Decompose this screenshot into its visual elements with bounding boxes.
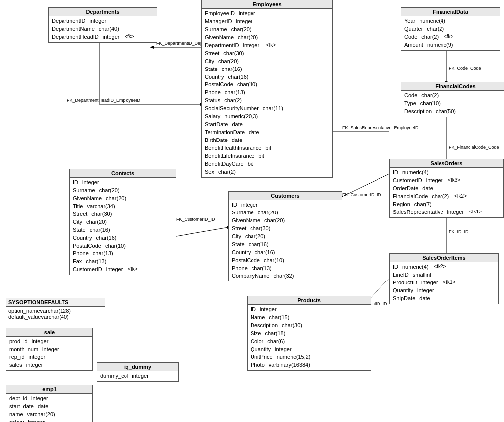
table-row: namevarchar(20) bbox=[9, 411, 89, 419]
table-row: Colorchar(6) bbox=[251, 338, 368, 346]
svg-text:FK_SalesRepresentative_Employe: FK_SalesRepresentative_EmployeeID bbox=[342, 125, 419, 130]
table-row: Photovarbinary(16384) bbox=[251, 361, 368, 369]
table-row: DepartmentIDinteger <fk> bbox=[205, 42, 329, 50]
table-row: Citychar(20) bbox=[232, 233, 339, 241]
table-row: GivenNamechar(20) bbox=[73, 195, 173, 203]
table-row: BenefitDayCarebit bbox=[205, 160, 329, 168]
table-row: PostalCodechar(10) bbox=[73, 242, 173, 250]
table-row: ProductIDinteger <fk1> bbox=[393, 279, 495, 287]
table-row: PostalCodechar(10) bbox=[232, 257, 339, 265]
departments-title: Departments bbox=[49, 8, 157, 16]
table-row: option_namevarchar(128) bbox=[8, 308, 103, 314]
svg-text:FK_ID_ID: FK_ID_ID bbox=[449, 229, 469, 234]
table-row: month_numinteger bbox=[9, 346, 89, 353]
table-row: SocialSecurityNumberchar(11) bbox=[205, 105, 329, 113]
table-row: Statechar(16) bbox=[73, 226, 173, 234]
table-row: BenefitLifeInsurancebit bbox=[205, 152, 329, 160]
table-row: Countrychar(16) bbox=[205, 73, 329, 81]
table-row: BenefitHealthInsurancebit bbox=[205, 144, 329, 152]
table-row: GivenNamechar(20) bbox=[232, 217, 339, 225]
table-row: StartDatedate bbox=[205, 121, 329, 129]
table-row: Statechar(16) bbox=[232, 241, 339, 249]
iqdummy-table: iq_dummy dummy_colinteger bbox=[97, 362, 179, 382]
table-row: dummy_colinteger bbox=[100, 372, 175, 380]
financialdata-title: FinancialData bbox=[401, 8, 500, 16]
svg-text:FK_FinancialCode_Code: FK_FinancialCode_Code bbox=[449, 145, 499, 150]
table-row: Codechar(2) <fk> bbox=[404, 33, 497, 41]
table-row: Citychar(20) bbox=[205, 58, 329, 66]
sale-table: sale prod_idinteger month_numinteger rep… bbox=[6, 328, 93, 371]
iqdummy-body: dummy_colinteger bbox=[97, 371, 178, 381]
table-row: Surnamechar(20) bbox=[205, 26, 329, 34]
table-row: IDnumeric(4) <fk2> bbox=[393, 263, 495, 271]
financialdata-table: FinancialData Yearnumeric(4) Quarterchar… bbox=[401, 7, 500, 51]
table-row: Quantityinteger bbox=[393, 287, 495, 295]
sale-body: prod_idinteger month_numinteger rep_idin… bbox=[6, 337, 92, 370]
table-row: Codechar(2) bbox=[404, 92, 504, 100]
table-row: Yearnumeric(4) bbox=[404, 17, 497, 25]
table-row: Titlevarchar(34) bbox=[73, 203, 173, 211]
table-row: Typechar(10) bbox=[404, 100, 504, 108]
table-row: Streetchar(30) bbox=[73, 211, 173, 218]
emp1-table: emp1 dept_idinteger start_datedate namev… bbox=[6, 385, 93, 422]
table-row: dept_idinteger bbox=[9, 395, 89, 403]
table-row: Phonechar(13) bbox=[232, 265, 339, 273]
table-row: BirthDatedate bbox=[205, 137, 329, 144]
table-row: SalesRepresentativeinteger <fk1> bbox=[393, 209, 500, 216]
financialcodes-table: FinancialCodes Codechar(2) Typechar(10) … bbox=[401, 82, 504, 117]
contacts-table: Contacts IDinteger Surnamechar(20) Given… bbox=[69, 169, 176, 275]
table-row: DepartmentIDinteger bbox=[52, 17, 154, 25]
table-row: EmployeeIDinteger bbox=[205, 10, 329, 18]
table-row: OrderDatedate bbox=[393, 185, 500, 193]
sale-title: sale bbox=[6, 328, 92, 337]
table-row: Sizechar(18) bbox=[251, 330, 368, 338]
table-row: LineIDsmallint bbox=[393, 271, 495, 279]
sysoptiondefaults-body: option_namevarchar(128) default_valuevar… bbox=[6, 307, 105, 321]
table-row: GivenNamechar(20) bbox=[205, 34, 329, 42]
table-row: start_datedate bbox=[9, 403, 89, 411]
table-row: Descriptionchar(30) bbox=[251, 322, 368, 330]
table-row: IDinteger bbox=[73, 179, 173, 187]
financialcodes-body: Codechar(2) Typechar(10) Descriptionchar… bbox=[401, 91, 504, 117]
sysoptiondefaults-table: SYSOPTIONDEFAULTS option_namevarchar(128… bbox=[6, 298, 105, 321]
table-row: Statuschar(2) bbox=[205, 97, 329, 105]
table-row: FinancialCodechar(2) <fk2> bbox=[393, 193, 500, 201]
table-row: Streetchar(30) bbox=[205, 50, 329, 58]
table-row: Quantityinteger bbox=[251, 346, 368, 353]
table-row: CustomerIDinteger <fk3> bbox=[393, 177, 500, 185]
table-row: Statechar(16) bbox=[205, 66, 329, 73]
products-table: Products IDinteger Namechar(15) Descript… bbox=[247, 296, 371, 371]
emp1-title: emp1 bbox=[6, 385, 92, 394]
salesorderitems-title: SalesOrderItems bbox=[390, 254, 498, 262]
table-row: PostalCodechar(10) bbox=[205, 81, 329, 89]
financialdata-body: Yearnumeric(4) Quarterchar(2) Codechar(2… bbox=[401, 16, 500, 50]
table-row: salaryinteger bbox=[9, 419, 89, 422]
customers-table: Customers IDinteger Surnamechar(20) Give… bbox=[228, 191, 342, 281]
svg-text:FK_CustomerID_ID: FK_CustomerID_ID bbox=[342, 192, 381, 197]
emp1-body: dept_idinteger start_datedate namevarcha… bbox=[6, 394, 92, 422]
table-row: salesinteger bbox=[9, 361, 89, 369]
table-row: Citychar(20) bbox=[73, 218, 173, 226]
products-body: IDinteger Namechar(15) Descriptionchar(3… bbox=[248, 305, 371, 370]
table-row: Surnamechar(20) bbox=[73, 187, 173, 195]
table-row: UnitPricenumeric(15,2) bbox=[251, 353, 368, 361]
customers-body: IDinteger Surnamechar(20) GivenNamechar(… bbox=[229, 200, 342, 281]
salesorders-body: IDnumeric(4) CustomerIDinteger <fk3> Ord… bbox=[390, 168, 503, 217]
products-title: Products bbox=[248, 296, 371, 305]
table-row: Streetchar(30) bbox=[232, 225, 339, 233]
table-row: CompanyNamechar(32) bbox=[232, 272, 339, 280]
svg-marker-1 bbox=[150, 46, 154, 49]
iqdummy-title: iq_dummy bbox=[97, 363, 178, 371]
table-row: Descriptionchar(50) bbox=[404, 108, 504, 116]
departments-body: DepartmentIDinteger DepartmentNamechar(4… bbox=[49, 16, 157, 42]
table-row: Surnamechar(20) bbox=[232, 209, 339, 217]
table-row: Phonechar(13) bbox=[205, 89, 329, 97]
table-row: Salarynumeric(20,3) bbox=[205, 113, 329, 121]
table-row: Quarterchar(2) bbox=[404, 25, 497, 33]
table-row: IDnumeric(4) bbox=[393, 169, 500, 177]
table-row: rep_idinteger bbox=[9, 353, 89, 361]
contacts-title: Contacts bbox=[70, 169, 176, 178]
table-row: IDinteger bbox=[232, 201, 339, 209]
salesorderitems-table: SalesOrderItems IDnumeric(4) <fk2> LineI… bbox=[389, 253, 499, 304]
salesorders-title: SalesOrders bbox=[390, 159, 503, 168]
